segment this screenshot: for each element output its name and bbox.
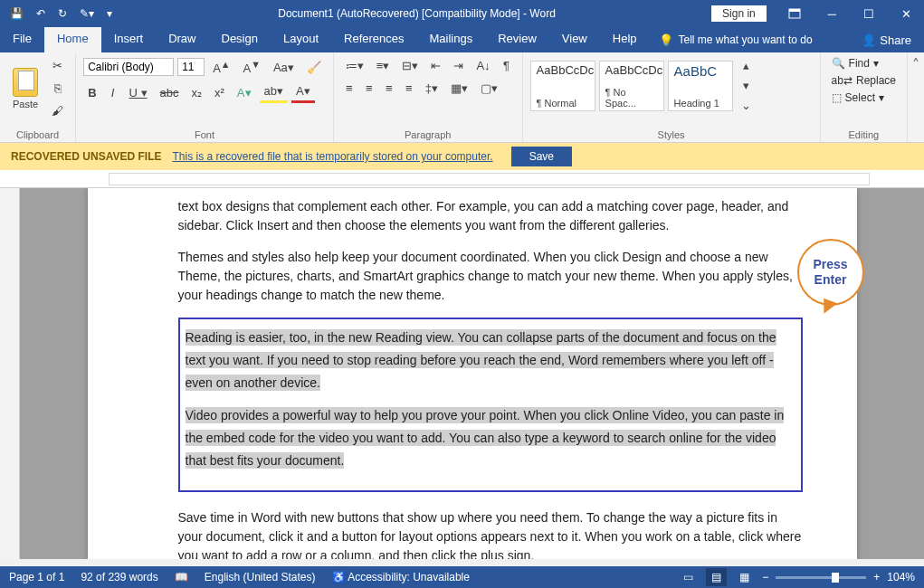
svg-rect-1 [789,9,800,12]
word-count[interactable]: 92 of 239 words [81,571,157,583]
collapse-ribbon-icon[interactable]: ˄ [908,52,924,142]
text-effects-icon[interactable]: A▾ [233,83,256,102]
minimize-icon[interactable]: ─ [815,2,849,26]
save-icon[interactable]: 💾 [5,4,29,24]
tab-design[interactable]: Design [209,27,271,52]
paragraph-selected[interactable]: Reading is easier, too, in the new Readi… [186,329,776,391]
styles-scroll-down-icon[interactable]: ▾ [737,76,756,95]
web-layout-icon[interactable]: ▦ [734,568,755,586]
clear-formatting-icon[interactable]: 🧹 [302,58,326,77]
ribbon: Paste ✂ ⎘ 🖌 Clipboard A▲ A▼ Aa▾ 🧹 B I [0,52,924,143]
status-bar: Page 1 of 1 92 of 239 words 📖 English (U… [0,566,924,588]
shading-icon[interactable]: ▦▾ [446,79,472,98]
styles-scroll-up-icon[interactable]: ▴ [737,56,756,75]
share-button[interactable]: 👤Share [849,27,924,52]
paragraph[interactable]: Save time in Word with new buttons that … [178,508,803,559]
zoom-out-button[interactable]: − [762,571,768,583]
zoom-thumb[interactable] [832,573,839,583]
paragraph-selected[interactable]: Video provides a powerful way to help yo… [186,407,785,469]
shrink-font-icon[interactable]: A▼ [239,56,265,78]
sort-icon[interactable]: A↓ [472,56,494,75]
share-icon: 👤 [862,33,876,47]
highlight-color-icon[interactable]: ab▾ [260,81,288,103]
styles-expand-icon[interactable]: ⌄ [737,96,756,115]
bold-button[interactable]: B [83,83,100,102]
ribbon-tabs: File Home Insert Draw Design Layout Refe… [0,27,924,52]
print-layout-icon[interactable]: ▤ [706,568,727,586]
font-color-icon[interactable]: A▾ [291,81,315,103]
zoom-level[interactable]: 104% [887,571,915,583]
lightbulb-icon: 💡 [659,33,673,47]
tab-view[interactable]: View [549,27,600,52]
page-indicator[interactable]: Page 1 of 1 [9,571,64,583]
tab-layout[interactable]: Layout [271,27,331,52]
find-button[interactable]: 🔍Find ▾ [828,56,900,71]
highlight-qat-icon[interactable]: ✎▾ [74,4,100,24]
paste-button[interactable]: Paste [7,64,43,113]
paragraph[interactable]: Themes and styles also help keep your do… [178,248,803,305]
tab-home[interactable]: Home [44,27,101,52]
format-painter-icon[interactable]: 🖌 [47,101,68,120]
increase-indent-icon[interactable]: ⇥ [449,56,468,75]
tab-help[interactable]: Help [600,27,650,52]
show-marks-icon[interactable]: ¶ [499,56,515,75]
grow-font-icon[interactable]: A▲ [208,56,234,78]
tab-mailings[interactable]: Mailings [417,27,486,52]
borders-icon[interactable]: ▢▾ [476,79,502,98]
tab-references[interactable]: References [331,27,416,52]
tab-review[interactable]: Review [485,27,549,52]
tab-insert[interactable]: Insert [101,27,157,52]
horizontal-ruler[interactable] [0,170,924,188]
maximize-icon[interactable]: ☐ [851,2,887,26]
document-page[interactable]: text box designs that complement each ot… [88,188,857,559]
underline-button[interactable]: U ▾ [125,83,152,102]
change-case-icon[interactable]: Aa▾ [269,58,299,77]
font-size-combo[interactable] [177,58,205,76]
zoom-slider[interactable] [776,576,866,579]
group-label-styles: Styles [530,128,813,140]
undo-icon[interactable]: ↶ [31,4,51,24]
qat-more-icon[interactable]: ▾ [101,4,118,24]
bullets-icon[interactable]: ≔▾ [341,56,368,75]
callout-annotation: Press Enter [797,239,864,306]
recovery-message-link[interactable]: This is a recovered file that is tempora… [172,150,492,163]
decrease-indent-icon[interactable]: ⇤ [426,56,445,75]
selection-box: Reading is easier, too, in the new Readi… [178,318,803,492]
select-button[interactable]: ⬚Select ▾ [828,90,900,105]
justify-icon[interactable]: ≡ [401,79,417,98]
subscript-button[interactable]: x₂ [187,83,207,102]
numbering-icon[interactable]: ≡▾ [372,56,395,75]
font-name-combo[interactable] [83,58,174,76]
paragraph[interactable]: text box designs that complement each ot… [178,197,803,235]
copy-icon[interactable]: ⎘ [47,79,68,98]
align-right-icon[interactable]: ≡ [381,79,397,98]
style-normal[interactable]: AaBbCcDc¶ Normal [530,61,595,111]
tell-me-search[interactable]: 💡Tell me what you want to do [650,27,822,52]
align-left-icon[interactable]: ≡ [341,79,357,98]
read-mode-icon[interactable]: ▭ [678,568,699,586]
cut-icon[interactable]: ✂ [47,56,68,75]
style-heading1[interactable]: AaBbCHeading 1 [668,61,733,111]
strikethrough-button[interactable]: abc [156,83,184,102]
ribbon-display-icon[interactable] [776,3,814,24]
redo-icon[interactable]: ↻ [52,4,72,24]
vertical-ruler[interactable] [0,188,20,559]
superscript-button[interactable]: x² [210,83,229,102]
clipboard-icon [13,68,38,97]
line-spacing-icon[interactable]: ‡▾ [421,79,443,98]
tab-file[interactable]: File [0,27,44,52]
multilevel-list-icon[interactable]: ⊟▾ [397,56,423,75]
align-center-icon[interactable]: ≡ [361,79,377,98]
recovery-save-button[interactable]: Save [511,147,572,166]
language-indicator[interactable]: English (United States) [205,571,316,583]
italic-button[interactable]: I [105,83,121,102]
sign-in-button[interactable]: Sign in [711,5,767,22]
replace-button[interactable]: ab⇄Replace [828,73,900,88]
tab-draw[interactable]: Draw [156,27,208,52]
zoom-in-button[interactable]: + [873,571,880,583]
spellcheck-icon[interactable]: 📖 [175,571,188,583]
close-icon[interactable]: ✕ [889,2,924,26]
style-no-spacing[interactable]: AaBbCcDc¶ No Spac... [599,61,664,111]
replace-icon: ab⇄ [832,74,853,87]
accessibility-indicator[interactable]: ♿ Accessibility: Unavailable [332,571,470,583]
